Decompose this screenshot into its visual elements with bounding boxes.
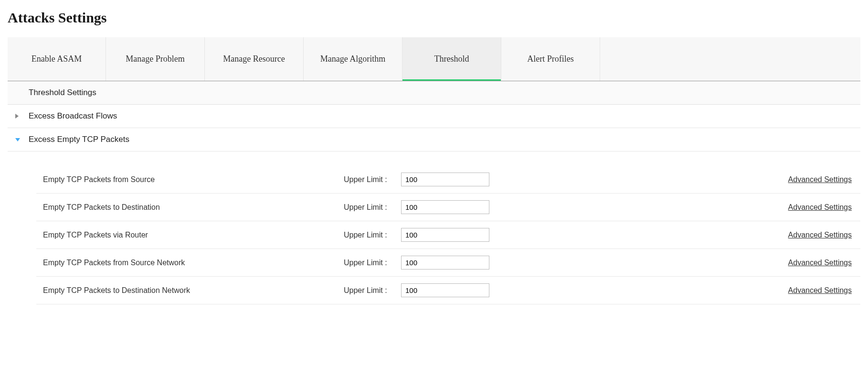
accordion-header-tcp[interactable]: Excess Empty TCP Packets <box>8 128 860 151</box>
setting-label: Empty TCP Packets to Destination <box>43 203 344 212</box>
accordion-item-broadcast: Excess Broadcast Flows <box>8 105 860 128</box>
accordion-item-tcp: Excess Empty TCP Packets <box>8 128 860 151</box>
tab-manage-resource[interactable]: Manage Resource <box>205 37 304 81</box>
advanced-settings-link[interactable]: Advanced Settings <box>788 175 852 184</box>
advanced-settings-link[interactable]: Advanced Settings <box>788 259 852 267</box>
advanced-settings-link[interactable]: Advanced Settings <box>788 203 852 211</box>
setting-row: Empty TCP Packets to Destination Upper L… <box>36 194 860 221</box>
setting-label: Empty TCP Packets via Router <box>43 231 344 239</box>
upper-limit-label: Upper Limit : <box>344 175 401 184</box>
setting-label: Empty TCP Packets from Source <box>43 175 344 184</box>
accordion-title: Excess Empty TCP Packets <box>29 135 129 144</box>
upper-limit-input[interactable] <box>401 283 489 297</box>
upper-limit-input[interactable] <box>401 200 489 214</box>
upper-limit-label: Upper Limit : <box>344 286 401 295</box>
advanced-settings-link[interactable]: Advanced Settings <box>788 231 852 239</box>
tab-enable-asam[interactable]: Enable ASAM <box>8 37 106 81</box>
tabs-bar: Enable ASAM Manage Problem Manage Resour… <box>8 37 860 81</box>
setting-row: Empty TCP Packets from Source Network Up… <box>36 249 860 277</box>
setting-row: Empty TCP Packets via Router Upper Limit… <box>36 221 860 249</box>
tab-manage-problem[interactable]: Manage Problem <box>106 37 205 81</box>
setting-row: Empty TCP Packets from Source Upper Limi… <box>36 166 860 194</box>
upper-limit-label: Upper Limit : <box>344 231 401 239</box>
tab-manage-algorithm[interactable]: Manage Algorithm <box>304 37 402 81</box>
setting-label: Empty TCP Packets from Source Network <box>43 259 344 267</box>
accordion-header-broadcast[interactable]: Excess Broadcast Flows <box>8 105 860 128</box>
tab-filler <box>600 37 860 81</box>
tab-threshold[interactable]: Threshold <box>402 37 501 81</box>
upper-limit-label: Upper Limit : <box>344 203 401 212</box>
setting-label: Empty TCP Packets to Destination Network <box>43 286 344 295</box>
upper-limit-label: Upper Limit : <box>344 259 401 267</box>
accordion-title: Excess Broadcast Flows <box>29 111 117 121</box>
chevron-down-icon <box>15 138 29 141</box>
upper-limit-input[interactable] <box>401 228 489 242</box>
section-header: Threshold Settings <box>8 81 860 105</box>
advanced-settings-link[interactable]: Advanced Settings <box>788 286 852 294</box>
chevron-right-icon <box>15 114 29 119</box>
setting-row: Empty TCP Packets to Destination Network… <box>36 277 860 304</box>
accordion-body-tcp: Empty TCP Packets from Source Upper Limi… <box>8 151 860 304</box>
upper-limit-input[interactable] <box>401 173 489 186</box>
tab-alert-profiles[interactable]: Alert Profiles <box>501 37 600 81</box>
upper-limit-input[interactable] <box>401 256 489 270</box>
page-title: Attacks Settings <box>8 10 860 26</box>
